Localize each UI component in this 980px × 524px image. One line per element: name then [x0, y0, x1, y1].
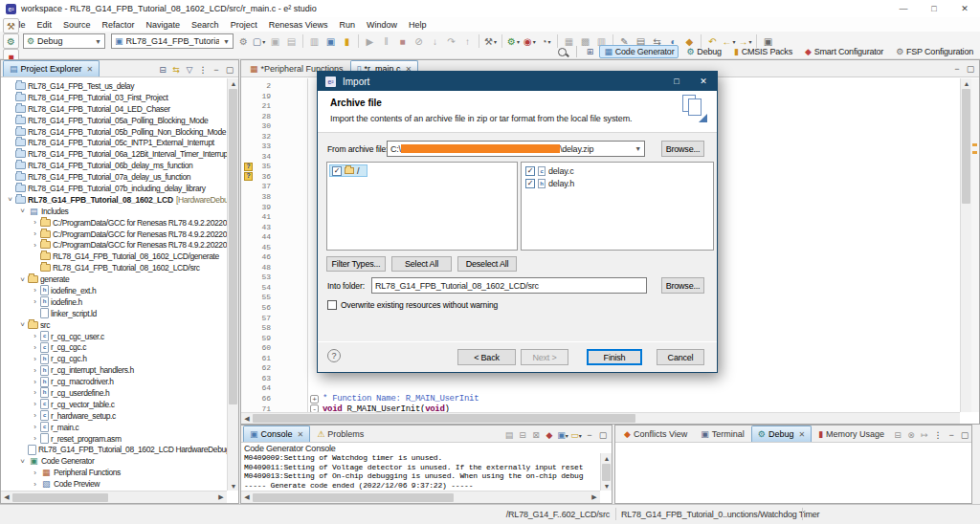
tree-item[interactable]: linker_script.ld — [1, 308, 227, 319]
tree-expander-icon[interactable]: ˅ — [17, 275, 28, 284]
open-console-icon[interactable]: ▥ — [306, 33, 323, 49]
maximize-icon[interactable]: ▢ — [964, 62, 977, 76]
tree-expander-icon[interactable]: › — [30, 378, 40, 386]
tree-expander-icon[interactable]: ˅ — [5, 195, 15, 204]
scrollbar-thumb[interactable] — [602, 464, 611, 481]
menu-item-edit[interactable]: Edit — [32, 20, 58, 30]
dialog-close-icon[interactable]: ✕ — [690, 72, 717, 91]
minimize-icon[interactable]: − — [945, 428, 958, 442]
menu-item-run[interactable]: Run — [334, 20, 362, 30]
editor-hscrollbar[interactable]: ◀ — [241, 412, 960, 424]
scroll-left-icon[interactable]: ◀ — [1, 491, 12, 503]
perspective-debug[interactable]: ⚙Debug — [681, 45, 725, 58]
menu-item-help[interactable]: Help — [403, 20, 433, 30]
tree-expander-icon[interactable]: › — [30, 297, 40, 306]
menu-item-navigate[interactable]: Navigate — [141, 20, 187, 30]
tree-expander-icon[interactable]: ˅ — [17, 320, 28, 329]
from-archive-combo[interactable]: C:\ \delay.zip ▼ — [387, 141, 645, 157]
tree-expander-icon[interactable]: › — [30, 286, 40, 295]
perspective-fsp-configuration[interactable]: ⚙FSP Configuration — [891, 45, 978, 58]
fold-collapse-icon[interactable]: - — [310, 404, 319, 412]
close-icon[interactable]: ✕ — [298, 430, 304, 439]
dialog-titlebar[interactable]: e² Import □ ✕ — [318, 72, 717, 91]
scroll-up-icon[interactable]: ▲ — [228, 78, 239, 88]
scrollbar-thumb[interactable] — [229, 89, 237, 404]
tree-item[interactable]: ˅▣Code Generator — [1, 455, 227, 467]
perspective-cmsis-packs[interactable]: ▮CMSIS Packs — [729, 45, 797, 58]
tab-memory-usage[interactable]: ▮Memory Usage — [812, 426, 891, 442]
project-tree-hscrollbar[interactable]: ◀ ▶ — [1, 491, 227, 503]
archive-files-panel[interactable]: cdelay.chdelay.h — [521, 162, 714, 251]
suspend-icon[interactable]: ‖ — [378, 33, 394, 49]
save-all-icon[interactable]: ▤ — [283, 33, 300, 49]
code-line[interactable]: -void R_MAIN_UserInit(void) — [310, 404, 450, 412]
scroll-right-icon[interactable]: ▶ — [589, 491, 600, 503]
tree-item[interactable]: ˅RL78_G14_FPB_Tutorial_08_1602_LCD [Hard… — [1, 194, 227, 206]
task-marker-icon[interactable]: ? — [244, 172, 253, 181]
tree-item[interactable]: RL78_G14_FPB_Tutorial_04_LED_Chaser — [1, 103, 227, 115]
tree-expander-icon[interactable]: › — [30, 229, 40, 238]
tree-item[interactable]: ›cr_cg_cgc_user.c — [1, 331, 227, 342]
tree-item[interactable]: ›cr_cg_cgc.c — [1, 341, 227, 353]
remove-all-launches-icon[interactable]: ⊠ — [529, 428, 543, 442]
remove-launch-icon[interactable]: ⊟ — [516, 428, 529, 442]
editor-overview-ruler[interactable] — [971, 78, 979, 412]
tree-item[interactable]: RL78_G14_FPB_Tutorial_05b_Polling_Non_Bl… — [1, 126, 227, 138]
tree-item[interactable]: RL78_G14_FPB_Tutorial_03_First_Project — [1, 92, 227, 103]
archive-file-row[interactable]: hdelay.h — [523, 177, 711, 189]
scroll-right-icon[interactable]: ▶ — [215, 491, 227, 503]
annotation-tick[interactable] — [972, 151, 977, 154]
close-icon[interactable]: ✕ — [798, 430, 805, 439]
minimize-icon[interactable]: − — [583, 428, 596, 442]
tree-expander-icon[interactable]: › — [30, 366, 40, 375]
archive-tree-panel[interactable]: / — [326, 162, 518, 251]
launch-mode-combo[interactable]: ⚙ Debug ▼ — [23, 33, 105, 49]
back-button[interactable]: < Back — [457, 349, 516, 365]
project-tree-vscrollbar[interactable]: ▲ ▼ — [227, 78, 238, 491]
menu-item-project[interactable]: Project — [225, 20, 263, 30]
console-output[interactable]: M0409009:Setting of Watchdog timer is un… — [241, 453, 600, 491]
tree-item[interactable]: RL78_G14_FPB_Tutorial_06b_delay_ms_funct… — [1, 160, 227, 171]
pin-console-icon[interactable]: ◆ — [543, 428, 556, 442]
maximize-window-icon[interactable]: □ — [919, 0, 949, 17]
tree-item[interactable]: RL78_G14_FPB_Tutorial_06a_12Bit_Interval… — [1, 148, 227, 160]
tab-conflicts-view[interactable]: ◆Conflicts View — [617, 426, 694, 442]
minimize-icon[interactable]: − — [210, 63, 223, 76]
code-line[interactable]: +* Function Name: R_MAIN_UserInit — [310, 394, 479, 404]
tree-item[interactable]: ›cr_hardware_setup.c — [1, 410, 227, 422]
maximize-icon[interactable]: ▢ — [958, 428, 971, 442]
tree-item[interactable]: RL78_G14_FPB_Tutorial_07a_delay_us_funct… — [1, 171, 227, 183]
tree-item[interactable]: RL78_G14_FPB_Tutorial_08_1602_LCD/genera… — [1, 251, 227, 262]
tree-expander-icon[interactable]: › — [30, 434, 40, 443]
filter-types-button[interactable]: Filter Types... — [326, 256, 386, 272]
archive-file-row[interactable]: cdelay.c — [523, 164, 711, 177]
scroll-down-icon[interactable]: ▼ — [601, 481, 612, 491]
clear-console-icon[interactable]: ▤ — [502, 428, 516, 442]
tree-item[interactable]: RL78_G14_FPB_Tutorial_05a_Polling_Blocki… — [1, 115, 227, 126]
tree-item[interactable]: ›hr_cg_interrupt_handlers.h — [1, 364, 227, 376]
menu-item-search[interactable]: Search — [186, 20, 225, 30]
tree-item[interactable]: ›hr_cg_macrodriver.h — [1, 376, 227, 387]
browse-archive-button[interactable]: Browse... — [661, 141, 704, 157]
archive-root-row[interactable]: / — [329, 164, 368, 177]
tree-expander-icon[interactable]: › — [30, 480, 40, 489]
scrollbar-thumb[interactable] — [962, 89, 970, 204]
scrollbar-thumb[interactable] — [12, 493, 108, 502]
open-console-icon[interactable]: ▭▾ — [569, 428, 583, 442]
tree-item[interactable]: ›hr_cg_cgc.h — [1, 353, 227, 364]
tree-expander-icon[interactable]: ˅ — [17, 207, 28, 215]
into-folder-field[interactable]: RL78_G14_FPB_Tutorial_08_1602_LCD/src — [371, 277, 647, 294]
tab-terminal[interactable]: ▣Terminal — [694, 426, 751, 442]
scroll-left-icon[interactable]: ◀ — [241, 413, 253, 425]
scroll-up-icon[interactable]: ▲ — [601, 453, 612, 463]
save-icon[interactable]: ▣ — [267, 33, 283, 49]
next-button[interactable]: Next > — [521, 349, 568, 365]
launch-config-gear-icon[interactable]: ⚙ — [239, 36, 248, 47]
browse-folder-button[interactable]: Browse... — [661, 277, 704, 294]
menu-item-window[interactable]: Window — [361, 20, 403, 30]
tree-item[interactable]: ˅generate — [1, 273, 227, 285]
filter-icon[interactable]: ▽ — [183, 63, 196, 76]
tree-expander-icon[interactable]: › — [30, 355, 40, 363]
select-all-button[interactable]: Select All — [391, 256, 452, 272]
scroll-left-icon[interactable]: ◀ — [241, 491, 253, 503]
